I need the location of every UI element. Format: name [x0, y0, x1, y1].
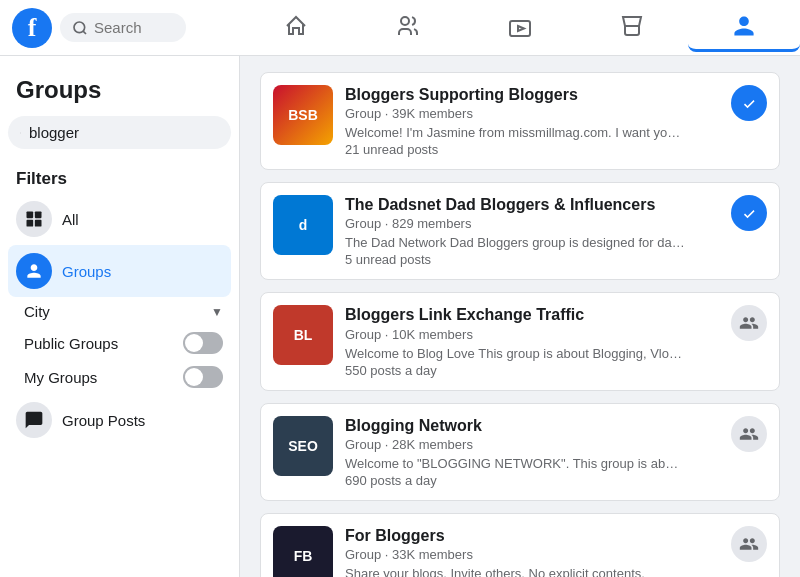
svg-rect-3 — [510, 21, 530, 36]
group-thumbnail: SEO — [273, 416, 333, 476]
group-thumbnail: d — [273, 195, 333, 255]
group-thumbnail: BL — [273, 305, 333, 365]
join-btn-container[interactable] — [731, 85, 767, 121]
group-info: For Bloggers Group · 33K members Share y… — [345, 526, 767, 577]
group-thumbnail: FB — [273, 526, 333, 577]
watch-icon — [508, 14, 532, 38]
filter-mygroups-row: My Groups — [8, 360, 231, 394]
sidebar-search[interactable] — [8, 116, 231, 149]
filter-all-label: All — [62, 211, 79, 228]
group-card: d The Dadsnet Dad Bloggers & Influencers… — [260, 182, 780, 280]
group-name: For Bloggers — [345, 526, 767, 545]
filter-city-label: City — [24, 303, 50, 320]
group-desc: Welcome! I'm Jasmine from missmillmag.co… — [345, 125, 685, 140]
group-name: Blogging Network — [345, 416, 767, 435]
search-icon — [72, 20, 88, 36]
main-content: BSB Bloggers Supporting Bloggers Group ·… — [240, 56, 800, 577]
groups-icon — [16, 253, 52, 289]
group-info: The Dadsnet Dad Bloggers & Influencers G… — [345, 195, 767, 267]
group-meta: Group · 829 members — [345, 216, 767, 231]
filter-groups[interactable]: Groups — [8, 245, 231, 297]
group-desc: The Dad Network Dad Bloggers group is de… — [345, 235, 685, 250]
svg-point-10 — [20, 132, 21, 133]
group-posts: 690 posts a day — [345, 473, 767, 488]
public-groups-toggle[interactable] — [183, 332, 223, 354]
topnav-search-input[interactable] — [94, 19, 174, 36]
group-card: SEO Blogging Network Group · 28K members… — [260, 403, 780, 501]
group-meta: Group · 10K members — [345, 327, 767, 342]
group-posts: 550 posts a day — [345, 363, 767, 378]
nav-groups-btn[interactable] — [688, 4, 800, 52]
filter-groupposts[interactable]: Group Posts — [8, 394, 231, 446]
marketplace-icon — [620, 14, 644, 38]
all-icon — [16, 201, 52, 237]
group-name: The Dadsnet Dad Bloggers & Influencers — [345, 195, 767, 214]
filters-label: Filters — [8, 161, 231, 193]
filter-all[interactable]: All — [8, 193, 231, 245]
group-info: Blogging Network Group · 28K members Wel… — [345, 416, 767, 488]
nav-home-btn[interactable] — [240, 4, 352, 52]
group-info: Bloggers Supporting Bloggers Group · 39K… — [345, 85, 767, 157]
group-card: FB For Bloggers Group · 33K members Shar… — [260, 513, 780, 577]
group-info: Bloggers Link Exchange Traffic Group · 1… — [345, 305, 767, 377]
nav-watch-btn[interactable] — [464, 4, 576, 52]
join-btn-container[interactable] — [731, 526, 767, 562]
joined-btn[interactable] — [731, 195, 767, 231]
svg-rect-13 — [35, 212, 42, 219]
group-meta: Group · 33K members — [345, 547, 767, 562]
home-icon — [284, 14, 308, 38]
group-desc: Welcome to Blog Love This group is about… — [345, 346, 685, 361]
group-desc: Welcome to "BLOGGING NETWORK". This grou… — [345, 456, 685, 471]
filter-public-label: Public Groups — [24, 335, 118, 352]
group-meta: Group · 28K members — [345, 437, 767, 452]
nav-marketplace-btn[interactable] — [576, 4, 688, 52]
group-thumbnail: BSB — [273, 85, 333, 145]
join-btn-container[interactable] — [731, 195, 767, 231]
join-btn[interactable] — [731, 305, 767, 341]
search-box[interactable] — [60, 13, 186, 42]
fb-logo[interactable]: f — [12, 8, 52, 48]
join-btn-container[interactable] — [731, 416, 767, 452]
sidebar: Groups Filters All Groups — [0, 56, 240, 577]
filter-groupposts-label: Group Posts — [62, 412, 145, 429]
nav-friends-btn[interactable] — [352, 4, 464, 52]
sidebar-search-input[interactable] — [29, 124, 219, 141]
join-btn[interactable] — [731, 416, 767, 452]
join-btn-container[interactable] — [731, 305, 767, 341]
group-card: BSB Bloggers Supporting Bloggers Group ·… — [260, 72, 780, 170]
sidebar-search-icon — [20, 125, 21, 141]
filter-groups-label: Groups — [62, 263, 111, 280]
topnav: f — [0, 0, 800, 56]
sidebar-title: Groups — [8, 72, 231, 116]
group-posts: 5 unread posts — [345, 252, 767, 267]
join-btn[interactable] — [731, 526, 767, 562]
filter-city[interactable]: City ▼ — [8, 297, 231, 326]
group-desc: Share your blogs. Invite others. No expl… — [345, 566, 685, 577]
svg-marker-4 — [518, 26, 524, 31]
svg-line-1 — [83, 31, 86, 34]
svg-rect-12 — [27, 212, 34, 219]
svg-rect-15 — [35, 220, 42, 227]
chevron-down-icon: ▼ — [211, 305, 223, 319]
group-meta: Group · 39K members — [345, 106, 767, 121]
svg-rect-14 — [27, 220, 34, 227]
group-card: BL Bloggers Link Exchange Traffic Group … — [260, 292, 780, 390]
group-name: Bloggers Link Exchange Traffic — [345, 305, 767, 324]
group-posts: 21 unread posts — [345, 142, 767, 157]
friends-icon — [396, 14, 420, 38]
joined-btn[interactable] — [731, 85, 767, 121]
groupposts-icon — [16, 402, 52, 438]
filter-mygroups-label: My Groups — [24, 369, 97, 386]
layout: Groups Filters All Groups — [0, 56, 800, 577]
svg-point-0 — [74, 22, 85, 33]
my-groups-toggle[interactable] — [183, 366, 223, 388]
filter-public-row: Public Groups — [8, 326, 231, 360]
group-name: Bloggers Supporting Bloggers — [345, 85, 767, 104]
svg-point-2 — [401, 17, 409, 25]
groups-list: BSB Bloggers Supporting Bloggers Group ·… — [260, 72, 780, 577]
groups-nav-icon — [732, 14, 756, 38]
